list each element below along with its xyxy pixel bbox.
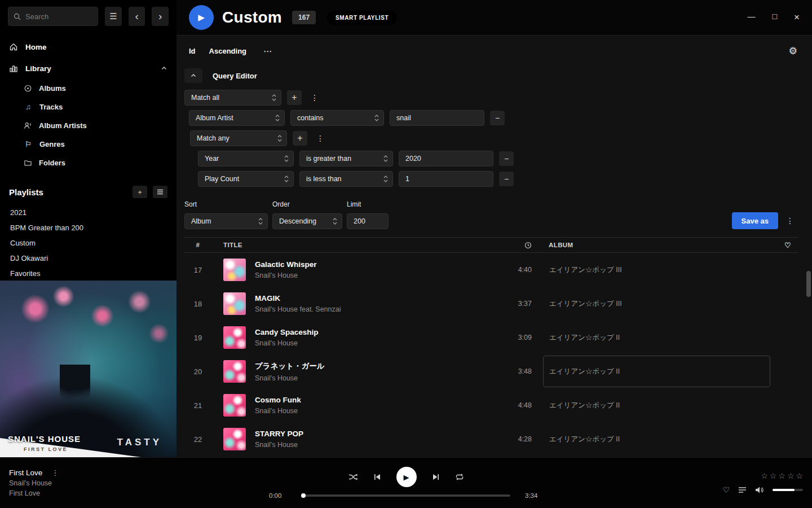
track-artist[interactable]: Snail's House (255, 374, 325, 382)
next-button[interactable] (432, 473, 440, 481)
save-menu-button[interactable]: ⋮ (783, 212, 797, 229)
play-playlist-button[interactable]: ▶ (189, 5, 214, 30)
remove-rule-button[interactable]: − (499, 172, 514, 186)
track-artist[interactable]: Snail's House (255, 271, 317, 279)
track-album[interactable]: エイリアン☆ポップ II (543, 322, 770, 353)
track-album[interactable]: エイリアン☆ポップ II (543, 423, 770, 455)
rule-field-select[interactable]: Play Count (198, 171, 294, 187)
chevron-up-icon[interactable] (161, 65, 167, 72)
rule-field-select[interactable]: Year (198, 151, 294, 167)
playlist-item[interactable]: Favorites (9, 266, 167, 281)
minimize-button[interactable]: — (748, 12, 756, 23)
rule-field-select[interactable]: Album Artist (189, 110, 285, 126)
add-playlist-button[interactable]: + (133, 186, 147, 198)
order-select[interactable]: Descending (272, 213, 342, 229)
track-title[interactable]: Candy Spaceship (255, 328, 319, 336)
play-pause-button[interactable]: ▶ (396, 467, 417, 487)
sort-direction-button[interactable]: Ascending (209, 47, 246, 55)
now-playing-artist[interactable]: Snail's House (9, 479, 178, 487)
save-as-button[interactable]: Save as (732, 212, 778, 229)
track-title[interactable]: Galactic Whisper (255, 260, 317, 269)
gear-icon[interactable]: ⚙ (789, 45, 797, 57)
table-row[interactable]: 19 Candy Spaceship Snail's House 3:09 エイ… (184, 321, 798, 354)
queue-button[interactable] (738, 487, 747, 494)
limit-input[interactable] (347, 213, 389, 229)
rule-value-input[interactable] (399, 151, 493, 167)
track-menu-icon[interactable]: ⋮ (51, 468, 59, 477)
track-album[interactable]: エイリアン☆ポップ III (543, 254, 770, 286)
playlist-item[interactable]: Custom (9, 235, 167, 251)
star-icon[interactable]: ☆ (778, 471, 785, 480)
sort-field-button[interactable]: Id (189, 47, 196, 55)
table-row[interactable]: 18 MAGIK Snail's House feat. Sennzai 3:3… (184, 287, 798, 321)
track-album[interactable]: エイリアン☆ポップ III (543, 288, 770, 319)
now-playing-artwork[interactable]: SNAIL'S HOUSE FIRST LOVE TASTY (0, 281, 176, 457)
now-playing-album[interactable]: First Love (9, 489, 178, 497)
add-rule-button[interactable]: + (287, 90, 302, 105)
track-title[interactable]: Cosmo Funk (255, 396, 301, 404)
sidebar-item-genres[interactable]: ⚐ Genres (24, 135, 176, 154)
rule-value-input[interactable] (399, 171, 493, 187)
add-group-rule-button[interactable]: + (293, 131, 307, 146)
track-title[interactable]: MAGIK (255, 294, 341, 303)
table-row[interactable]: 20 プラネット・ガール Snail's House 3:48 エイリアン☆ポッ… (184, 354, 798, 388)
column-header-title[interactable]: TITLE (211, 242, 500, 248)
track-album-focused[interactable]: エイリアン☆ポップ II (543, 356, 770, 387)
collapse-query-editor-button[interactable] (184, 68, 202, 83)
close-button[interactable]: × (794, 12, 800, 23)
search-box[interactable] (8, 7, 98, 26)
sidebar-item-folders[interactable]: Folders (24, 154, 176, 172)
menu-button[interactable]: ☰ (105, 7, 122, 26)
star-icon[interactable]: ☆ (770, 471, 777, 480)
sidebar-item-library[interactable]: Library (0, 58, 176, 79)
column-header-album[interactable]: ALBUM (536, 242, 777, 248)
scrollbar-thumb[interactable] (806, 271, 811, 297)
group-match-type-select[interactable]: Match any (190, 130, 287, 146)
rule-operator-select[interactable]: is greater than (299, 151, 393, 167)
volume-button[interactable] (755, 486, 764, 494)
star-icon[interactable]: ☆ (761, 471, 768, 480)
maximize-button[interactable]: □ (773, 12, 777, 23)
favorite-button[interactable]: ♡ (722, 485, 730, 494)
sidebar-item-tracks[interactable]: ♫ Tracks (24, 98, 176, 116)
track-artist[interactable]: Snail's House (255, 441, 303, 449)
column-header-duration[interactable] (500, 242, 536, 249)
shuffle-button[interactable] (348, 473, 358, 481)
playlist-item[interactable]: 2021 (9, 205, 167, 220)
remove-rule-button[interactable]: − (490, 111, 505, 125)
rule-operator-select[interactable]: contains (290, 110, 384, 126)
sidebar-item-home[interactable]: Home (0, 36, 176, 58)
repeat-button[interactable] (455, 473, 464, 481)
seek-handle[interactable] (301, 493, 306, 498)
seek-bar[interactable] (302, 494, 510, 497)
forward-button[interactable]: › (152, 7, 169, 26)
more-options-icon[interactable]: ⋯ (263, 46, 273, 56)
table-row[interactable]: 21 Cosmo Funk Snail's House 4:48 エイリアン☆ポ… (184, 388, 798, 422)
now-playing-title[interactable]: First Love (9, 468, 42, 477)
star-icon[interactable]: ☆ (796, 471, 803, 480)
playlist-item[interactable]: BPM Greater than 200 (9, 220, 167, 235)
search-input[interactable] (25, 12, 87, 21)
sidebar-item-album-artists[interactable]: Album Artists (24, 116, 176, 135)
rule-value-input[interactable] (390, 110, 484, 126)
track-title[interactable]: プラネット・ガール (255, 361, 325, 371)
volume-slider[interactable] (773, 489, 803, 491)
star-icon[interactable]: ☆ (787, 471, 795, 480)
playlist-item[interactable]: DJ Okawari (9, 251, 167, 266)
sort-select[interactable]: Album (184, 213, 268, 229)
track-title[interactable]: STARRY POP (255, 430, 303, 438)
playlist-list-button[interactable] (153, 186, 167, 198)
track-album[interactable]: エイリアン☆ポップ II (543, 389, 770, 421)
track-artist[interactable]: Snail's House (255, 407, 301, 415)
table-row[interactable]: 22 STARRY POP Snail's House 4:28 エイリアン☆ポ… (184, 422, 798, 456)
rule-operator-select[interactable]: is less than (299, 171, 393, 187)
track-artist[interactable]: Snail's House (255, 339, 319, 347)
column-header-favorite[interactable]: ♡ (777, 241, 798, 249)
group-menu-button[interactable]: ⋮ (313, 131, 328, 146)
column-header-index[interactable]: # (184, 242, 211, 248)
remove-rule-button[interactable]: − (499, 151, 514, 166)
rule-menu-button[interactable]: ⋮ (307, 90, 322, 105)
back-button[interactable]: ‹ (129, 7, 145, 26)
match-type-select[interactable]: Match all (184, 90, 281, 106)
sidebar-item-albums[interactable]: Albums (24, 79, 176, 98)
